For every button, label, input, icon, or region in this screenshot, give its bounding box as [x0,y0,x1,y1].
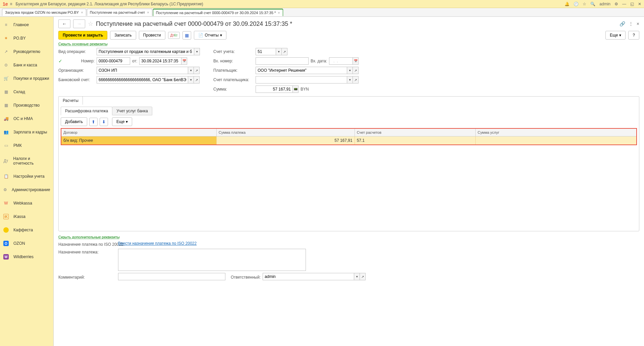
responsible-dropdown[interactable]: ▾ [354,273,360,280]
history-icon[interactable]: 🕘 [574,2,579,6]
cell-amount[interactable]: 57 167,91 [216,136,355,145]
reports-button[interactable]: 📄 Отчеты ▾ [194,31,226,40]
bank-account-open-icon[interactable]: ↗ [194,76,200,83]
table-row[interactable]: б/н вид: Прочее 57 167,91 57.1 [61,136,637,145]
organization-input[interactable] [97,67,188,74]
sum-input[interactable] [256,85,292,93]
sidebar-item[interactable]: ↗Руководителю [0,45,53,58]
doc-tab-receipt[interactable]: Поступление на расчетный счет × [87,9,152,16]
restore-icon[interactable]: ◱ [630,2,634,6]
sidebar-item[interactable]: ▭РМК [0,139,53,152]
purpose-textarea[interactable] [118,249,306,271]
cell-services[interactable] [476,136,637,145]
post-button[interactable]: Провести [139,31,165,40]
close-window-icon[interactable]: ✕ [638,2,641,6]
help-button[interactable]: ? [628,31,639,40]
payer-open-icon[interactable]: ↗ [353,67,359,74]
date-picker-icon[interactable]: 📅 [181,57,187,65]
sidebar-item[interactable]: ▦Производство [0,99,53,112]
doc-tab-receipt-detail[interactable]: Поступление на расчетный счет 0000-00047… [153,9,283,16]
structure-button[interactable]: ▦ [182,31,191,40]
sidebar-item[interactable]: ≡Главное [0,18,53,32]
account-open-icon[interactable]: ↗ [281,48,287,55]
doc-tab-ozon-load[interactable]: Загрузка продаж OZON по месяцам PO.BY × [2,9,86,16]
forward-button[interactable]: → [73,19,85,28]
sidebar-item[interactable]: ДтНалоги и отчетность [0,152,53,170]
tab-bank-services[interactable]: Учет услуг банка [112,107,152,115]
sidebar-item-icon: ▭ [3,143,9,148]
sum-calc-icon[interactable]: 📟 [292,85,299,93]
move-down-button[interactable]: ⬇ [100,118,108,126]
user-name[interactable]: admin [599,2,610,6]
account-input[interactable] [256,48,276,55]
operation-type-input[interactable] [97,48,194,55]
hamburger-icon[interactable]: ≡ [10,2,12,6]
search-icon[interactable]: 🔍 [590,2,595,6]
col-amount[interactable]: Сумма платежа [216,128,355,136]
tab-payment-decoding[interactable]: Расшифровка платежа [61,107,112,115]
tab-calculations[interactable]: Расчеты [58,96,83,105]
add-row-button[interactable]: Добавить [61,117,87,126]
col-services[interactable]: Сумма услуг [476,128,637,136]
iso-purpose-link[interactable]: Ввести назначение платежа по ISO 20022 [118,241,197,246]
bank-account-dropdown[interactable]: ▾ [188,76,194,83]
sidebar-item[interactable]: OOZON [0,237,53,250]
close-form-icon[interactable]: × [637,21,639,26]
sidebar-item[interactable]: 👥Зарплата и кадры [0,125,53,139]
operation-type-dropdown[interactable]: ▾ [194,48,200,55]
settings-icon[interactable]: ⚙ [614,2,618,6]
more-button[interactable]: Еще ▾ [605,31,626,40]
post-close-button[interactable]: Провести и закрыть [58,31,107,40]
back-button[interactable]: ← [58,19,70,28]
minimize-icon[interactable]: — [622,2,626,6]
date-input[interactable] [139,57,181,65]
incoming-date-picker-icon[interactable]: 📅 [353,57,359,65]
sidebar-item[interactable]: 🛒Покупки и продажи [0,72,53,85]
hide-extra-fields-link[interactable]: Скрыть дополнительные реквизиты [58,235,120,239]
bank-account-input[interactable] [97,76,188,83]
sidebar-item[interactable]: 📋Настройки учета [0,170,53,183]
payer-input[interactable] [256,67,347,74]
move-up-button[interactable]: ⬆ [89,118,98,126]
cell-contract[interactable]: б/н вид: Прочее [61,136,216,145]
col-account[interactable]: Счет расчетов [355,128,475,136]
sidebar-item[interactable]: iKiKassa [0,210,53,223]
bell-icon[interactable]: 🔔 [565,2,570,6]
hide-main-fields-link[interactable]: Скрыть основные реквизиты [58,42,108,46]
payer-account-open-icon[interactable]: ↗ [353,76,359,83]
payer-dropdown[interactable]: ▾ [347,67,353,74]
sidebar-item[interactable]: Каффеста [0,223,53,237]
payer-account-dropdown[interactable]: ▾ [347,76,353,83]
incoming-number-input[interactable] [256,57,309,65]
kebab-icon[interactable]: ⋮ [629,21,633,26]
sidebar-item[interactable]: 🚚ОС и НМА [0,112,53,125]
table-more-button[interactable]: Еще ▾ [112,117,132,126]
sidebar-item[interactable]: ⊝Банк и касса [0,58,53,72]
favorite-star-icon[interactable]: ☆ [88,20,93,27]
close-tab-icon[interactable]: × [147,10,149,14]
incoming-date-input[interactable] [329,57,353,65]
sidebar-item[interactable]: ⚙Администрирование [0,183,53,196]
payer-account-input[interactable] [256,76,347,83]
responsible-input[interactable] [263,273,354,280]
dt-kt-button[interactable]: ДтКт [168,32,180,39]
content-area: ← → ☆ Поступление на расчетный счет 0000… [54,17,644,346]
cell-account[interactable]: 57.1 [355,136,475,145]
sidebar-item[interactable]: WWebkassa [0,196,53,210]
sidebar-item[interactable]: WWildberries [0,250,53,264]
responsible-open-icon[interactable]: ↗ [360,273,366,280]
organization-dropdown[interactable]: ▾ [188,67,194,74]
link-icon[interactable]: 🔗 [620,21,625,26]
sidebar-item-label: Руководителю [13,49,40,54]
number-input[interactable] [97,57,130,65]
organization-open-icon[interactable]: ↗ [194,67,200,74]
save-button[interactable]: Записать [110,31,136,40]
star-icon[interactable]: ☆ [583,2,586,6]
close-tab-icon[interactable]: × [81,10,83,14]
close-tab-icon[interactable]: × [278,11,280,15]
sidebar-item[interactable]: ✷PO.BY [0,32,53,45]
sidebar-item[interactable]: ▦Склад [0,85,53,99]
account-dropdown[interactable]: ▾ [276,48,282,55]
comment-input[interactable] [118,273,225,280]
col-contract[interactable]: Договор [61,128,216,136]
